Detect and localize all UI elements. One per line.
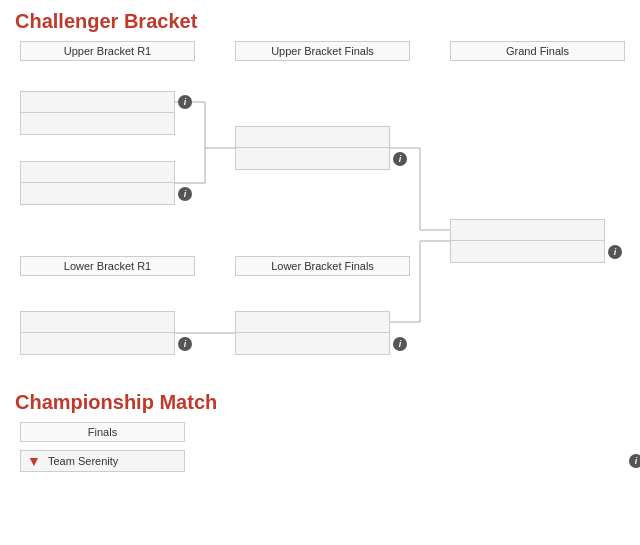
championship-team-slot: ▼ Team Serenity i — [20, 450, 625, 472]
info-btn-champ[interactable]: i — [629, 454, 640, 468]
col-header-upper-finals: Upper Bracket Finals — [235, 41, 410, 67]
team-logo: ▼ — [25, 452, 43, 470]
championship-match-slot: ▼ Team Serenity i — [20, 450, 185, 472]
info-btn-ur1m2b[interactable]: i — [178, 187, 192, 201]
info-btn-gf[interactable]: i — [608, 245, 622, 259]
col-header-upper-r1: Upper Bracket R1 — [20, 41, 195, 67]
info-btn-lf[interactable]: i — [393, 337, 407, 351]
challenger-title: Challenger Bracket — [15, 10, 625, 33]
team-name: Team Serenity — [48, 455, 180, 467]
info-btn-ur1m1t[interactable]: i — [178, 95, 192, 109]
championship-section: Championship Match Finals ▼ Team Serenit… — [15, 391, 625, 472]
bracket-connectors — [20, 71, 640, 381]
championship-title: Championship Match — [15, 391, 625, 414]
col-header-grand-finals: Grand Finals — [450, 41, 625, 67]
info-btn-lr1[interactable]: i — [178, 337, 192, 351]
finals-label: Finals — [20, 422, 185, 442]
challenger-bracket: Challenger Bracket Upper Bracket R1 Uppe… — [15, 10, 625, 381]
championship-label-box: Finals — [20, 422, 185, 442]
info-btn-uf[interactable]: i — [393, 152, 407, 166]
